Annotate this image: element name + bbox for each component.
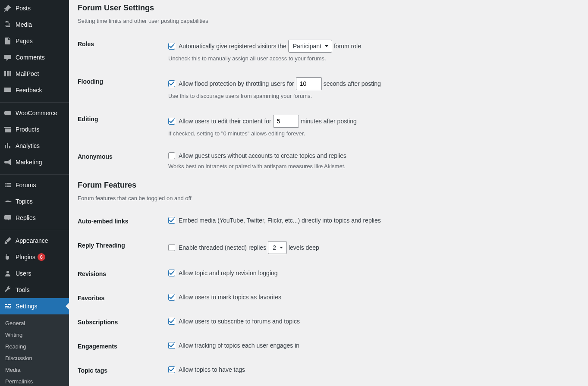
section-user-sub: Setting time limits and other user posti… (78, 18, 579, 24)
sidebar-item-marketing[interactable]: Marketing (0, 154, 69, 170)
anonymous-label[interactable]: Allow guest users without accounts to cr… (168, 152, 346, 159)
comment-icon (3, 53, 12, 62)
sidebar-item-label: Settings (16, 303, 38, 310)
editing-heading: Editing (78, 107, 164, 144)
threading-checkbox[interactable] (168, 244, 175, 251)
sidebar-item-products[interactable]: Products (0, 121, 69, 138)
megaphone-icon (3, 158, 12, 166)
sidebar-item-posts[interactable]: Posts (0, 0, 69, 16)
roles-after: forum role (334, 43, 361, 50)
threading-label[interactable]: Enable threaded (nested) replies 2 level… (168, 241, 319, 254)
sidebar-item-feedback[interactable]: Feedback (0, 82, 69, 98)
page-icon (3, 37, 12, 45)
favorites-text: Allow users to mark topics as favorites (179, 294, 281, 301)
engagements-heading: Engagements (78, 334, 164, 358)
sidebar-item-comments[interactable]: Comments (0, 49, 69, 66)
sidebar-item-pages[interactable]: Pages (0, 33, 69, 49)
submenu-reading[interactable]: Reading (0, 341, 69, 352)
editing-minutes-input[interactable] (273, 115, 299, 128)
media-icon (3, 20, 12, 29)
flooding-seconds-input[interactable] (296, 77, 322, 90)
editing-checkbox[interactable] (168, 118, 175, 125)
flooding-label[interactable]: Allow flood protection by throttling use… (168, 77, 381, 90)
engagements-checkbox[interactable] (168, 342, 175, 349)
roles-checkbox[interactable] (168, 43, 175, 50)
sidebar-item-settings[interactable]: Settings (0, 298, 69, 314)
sidebar-item-label: Plugins (16, 254, 35, 260)
favorites-checkbox[interactable] (168, 294, 175, 301)
autoembed-checkbox[interactable] (168, 217, 175, 224)
submenu-writing[interactable]: Writing (0, 329, 69, 341)
sidebar-item-label: WooCommerce (16, 110, 57, 116)
anonymous-help: Works best on intranets or paired with a… (168, 163, 575, 169)
sidebar-separator (0, 173, 69, 175)
feedback-icon (3, 86, 12, 94)
sidebar-item-label: Posts (16, 5, 31, 12)
revisions-checkbox[interactable] (168, 270, 175, 276)
anonymous-checkbox[interactable] (168, 152, 175, 159)
submenu-general[interactable]: General (0, 317, 69, 329)
sliders-icon (3, 302, 12, 311)
user-icon (3, 269, 12, 278)
brush-icon (3, 236, 12, 245)
flooding-after: seconds after posting (324, 80, 381, 87)
wrench-icon (3, 286, 12, 294)
editing-before: Allow users to edit their content for (179, 118, 271, 125)
roles-before: Automatically give registered visitors t… (179, 43, 286, 50)
threading-before: Enable threaded (nested) replies (179, 244, 266, 251)
subscriptions-label[interactable]: Allow users to subscribe to forums and t… (168, 318, 300, 325)
threading-heading: Reply Threading (78, 233, 164, 262)
sidebar-item-label: Forums (16, 182, 36, 188)
sidebar-item-topics[interactable]: Topics (0, 193, 69, 210)
submenu-discussion[interactable]: Discussion (0, 352, 69, 364)
submenu-permalinks[interactable]: Permalinks (0, 376, 69, 386)
sidebar-item-media[interactable]: Media (0, 16, 69, 33)
roles-select[interactable]: Participant (288, 40, 332, 53)
admin-sidebar: Posts Media Pages Comments MailPoet Feed… (0, 0, 69, 386)
sidebar-item-woocommerce[interactable]: WooCommerce (0, 105, 69, 121)
chart-bar-icon (3, 141, 12, 150)
sidebar-item-forums[interactable]: Forums (0, 177, 69, 193)
anonymous-text: Allow guest users without accounts to cr… (179, 152, 346, 159)
sidebar-item-label: Pages (16, 38, 33, 44)
sidebar-item-label: Topics (16, 198, 33, 205)
submenu-media[interactable]: Media (0, 364, 69, 376)
revisions-heading: Revisions (78, 262, 164, 286)
sidebar-item-plugins[interactable]: Plugins 6 (0, 249, 69, 265)
sidebar-item-label: Marketing (16, 159, 42, 166)
tags-label[interactable]: Allow topics to have tags (168, 366, 245, 373)
mailpoet-icon (3, 69, 12, 78)
sidebar-item-replies[interactable]: Replies (0, 210, 69, 226)
subscriptions-checkbox[interactable] (168, 318, 175, 325)
settings-content: Forum User Settings Setting time limits … (78, 0, 588, 386)
favorites-label[interactable]: Allow users to mark topics as favorites (168, 294, 281, 301)
favorites-heading: Favorites (78, 286, 164, 310)
section-features-title: Forum Features (78, 177, 579, 191)
editing-after: minutes after posting (301, 118, 357, 125)
sidebar-item-label: Media (16, 21, 32, 28)
autoembed-heading: Auto-embed links (78, 209, 164, 233)
plugin-icon (3, 253, 12, 261)
sidebar-item-users[interactable]: Users (0, 265, 69, 282)
sidebar-item-label: Analytics (16, 142, 40, 149)
threading-levels-select[interactable]: 2 (268, 241, 287, 254)
list-icon (3, 181, 12, 189)
flooding-checkbox[interactable] (168, 80, 175, 87)
tags-checkbox[interactable] (168, 366, 175, 373)
roles-label[interactable]: Automatically give registered visitors t… (168, 40, 361, 53)
autoembed-text: Embed media (YouTube, Twitter, Flickr, e… (179, 217, 381, 224)
sidebar-item-appearance[interactable]: Appearance (0, 232, 69, 249)
sidebar-item-label: Appearance (16, 237, 48, 244)
editing-label[interactable]: Allow users to edit their content for mi… (168, 115, 357, 128)
sidebar-item-label: Replies (16, 214, 36, 221)
revisions-label[interactable]: Allow topic and reply revision logging (168, 270, 278, 276)
sidebar-item-tools[interactable]: Tools (0, 282, 69, 298)
subscriptions-text: Allow users to subscribe to forums and t… (179, 318, 300, 325)
engagements-label[interactable]: Allow tracking of topics each user engag… (168, 342, 299, 349)
sidebar-item-label: Comments (16, 54, 45, 61)
subscriptions-heading: Subscriptions (78, 310, 164, 334)
sidebar-item-mailpoet[interactable]: MailPoet (0, 66, 69, 82)
autoembed-label[interactable]: Embed media (YouTube, Twitter, Flickr, e… (168, 217, 381, 224)
sidebar-item-analytics[interactable]: Analytics (0, 138, 69, 154)
editing-help: If checked, setting to "0 minutes" allow… (168, 130, 575, 137)
